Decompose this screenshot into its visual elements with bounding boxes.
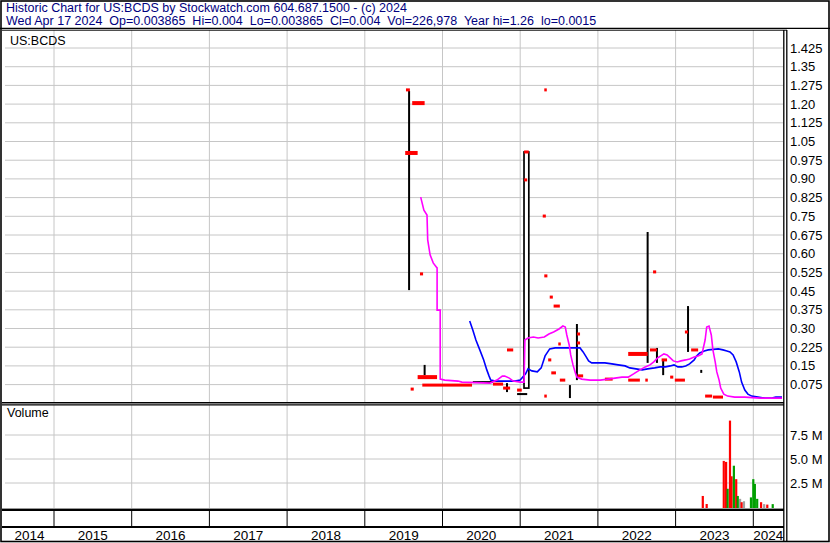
year-label: 2024 [753,528,784,543]
volume-bar [756,499,758,508]
volume-pane-bottom-border [2,509,784,511]
volume-bar [730,476,732,508]
volume-bar [733,466,735,508]
year-label: 2016 [156,528,186,543]
close-tick [662,358,667,361]
price-axis-label: 0.30 [790,321,815,336]
close-tick [524,178,527,181]
close-tick [551,371,556,374]
price-axis-label: 1.425 [790,41,823,56]
price-axis-label: 0.15 [790,358,815,373]
close-tick [653,270,656,273]
volume-bar [766,505,768,508]
price-axis-label: 0.825 [790,190,823,205]
volume-bar [760,502,762,508]
volume-bar [737,496,739,508]
close-tick [544,395,547,398]
close-tick [558,342,561,345]
volume-bar [706,504,708,508]
close-tick [554,305,560,308]
chart-background [0,0,830,543]
year-label: 2017 [233,528,263,543]
price-axis-label: 0.525 [790,265,823,280]
price-axis-label: 1.125 [790,115,823,130]
close-tick [420,272,423,275]
close-tick [507,348,513,351]
close-tick [544,274,547,277]
price-axis-label: 1.05 [790,134,815,149]
close-tick [550,296,553,299]
close-tick [675,379,685,382]
volume-bar [702,496,704,508]
volume-bar [763,504,765,508]
close-tick [405,151,417,155]
volume-axis-label: 2.5 M [790,476,823,491]
year-label: 2015 [78,528,108,543]
price-axis-label: 0.375 [790,302,823,317]
close-tick [412,101,424,105]
year-label: 2014 [14,528,45,543]
volume-bar [723,461,725,508]
volume-bar [772,504,774,508]
year-label: 2019 [389,528,419,543]
close-tick [628,352,647,356]
price-axis-label: 0.45 [790,284,815,299]
close-tick [406,88,410,91]
volume-axis-label: 7.5 M [790,428,823,443]
price-axis-label: 0.90 [790,171,815,186]
close-tick [628,379,640,382]
close-tick [560,379,565,382]
year-label: 2022 [622,528,652,543]
volume-bar [727,489,729,508]
price-axis-label: 0.975 [790,153,823,168]
close-tick [670,376,673,379]
price-axis-label: 0.60 [790,246,815,261]
close-tick [418,375,437,379]
close-tick [650,348,657,351]
close-tick [503,387,510,390]
price-axis-label: 1.20 [790,97,815,112]
stockwatch-chart-window: 1.4251.351.2751.201.1251.050.9750.900.82… [0,0,830,543]
price-axis-label: 0.675 [790,228,823,243]
close-tick [493,383,503,386]
close-tick [577,332,580,335]
volume-bar [750,497,752,508]
price-axis-label: 1.35 [790,59,815,74]
year-label: 2023 [699,528,729,543]
volume-bar [754,484,756,508]
year-label: 2020 [466,528,496,543]
price-axis-label: 1.275 [790,78,823,93]
year-label: 2018 [311,528,341,543]
close-tick [705,395,712,398]
volume-bar [741,502,743,508]
volume-bar [743,501,745,508]
close-tick [544,88,547,91]
close-tick [543,215,546,218]
symbol-label: US:BCDS [10,34,66,48]
close-tick [713,396,723,399]
close-tick [517,389,522,392]
close-tick [577,341,580,344]
price-axis-label: 0.075 [790,377,823,392]
price-axis-label: 0.75 [790,209,815,224]
year-label: 2021 [544,528,574,543]
volume-axis-label: 5.0 M [790,452,823,467]
close-tick [422,384,472,387]
price-axis-label: 0.225 [790,340,823,355]
close-tick [685,330,688,333]
volume-pane-label: Volume [7,406,49,420]
price-volume-chart: 1.4251.351.2751.201.1251.050.9750.900.82… [0,0,830,543]
close-tick [411,388,414,391]
close-tick [645,379,648,382]
close-tick [548,358,551,361]
close-tick [691,348,698,351]
quote-summary-line: Wed Apr 17 2024 Op=0.003865 Hi=0.004 Lo=… [6,15,596,28]
price-dash [517,393,527,395]
close-tick [524,150,529,153]
